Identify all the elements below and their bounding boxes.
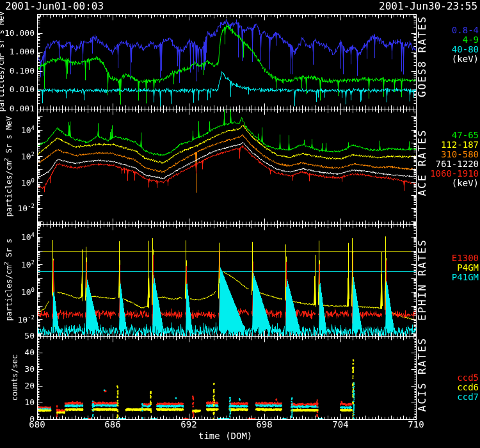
legend-goes8-4-9: 4-9 <box>417 35 479 44</box>
legend-acis-ccd5: ccd5 <box>417 373 479 382</box>
y-tick-label-acis: 10 <box>0 398 35 406</box>
x-tick-label-704: 704 <box>326 420 355 429</box>
legend-goes8-0.8-4: 0.8-4 <box>417 26 479 35</box>
y-tick-label-acis: 40 <box>0 348 35 356</box>
y-tick-label-goes8: 0.001 <box>0 104 35 113</box>
legend-ephin-P41GM: P41GM <box>417 273 479 282</box>
y-tick-label-acis: 30 <box>0 365 35 373</box>
x-tick-label-710: 710 <box>402 420 430 429</box>
x-tick-label-698: 698 <box>250 420 278 429</box>
y-tick-label-ace: 102 <box>0 152 35 161</box>
y-axis-title-ephin: particles/cm2 Sr s <box>4 239 13 321</box>
y-tick-label-ace: 104 <box>0 125 35 134</box>
legend-acis-ccd7: ccd7 <box>417 392 479 401</box>
legend-ace-1060-1910: 1060-1910 <box>417 169 479 178</box>
legend-ace-112-187: 112-187 <box>417 140 479 149</box>
legend-ace-310-580: 310-580 <box>417 150 479 159</box>
end-datetime: 2001-Jun30-23:55 <box>379 1 477 12</box>
y-tick-label-acis: 50 <box>0 332 35 340</box>
rates-plot-canvas <box>0 0 480 448</box>
y-tick-label-ephin: 10-2 <box>0 315 35 324</box>
y-tick-label-ephin: 104 <box>0 232 35 241</box>
y-axis-title-acis: counts/sec <box>11 355 19 401</box>
y-tick-label-ace: 100 <box>0 178 35 187</box>
y-tick-label-goes8: 0.100 <box>0 67 35 75</box>
y-tick-label-ephin: 102 <box>0 260 35 269</box>
y-tick-label-goes8: 0.010 <box>0 85 35 93</box>
legend-ace-47-65: 47-65 <box>417 131 479 140</box>
x-tick-label-692: 692 <box>175 420 203 429</box>
y-tick-label-acis: 20 <box>0 381 35 390</box>
x-tick-label-680: 680 <box>23 420 51 429</box>
x-tick-label-686: 686 <box>99 420 127 429</box>
legend-ephin-E1300: E1300 <box>417 253 479 262</box>
x-axis-title: time (DOM) <box>198 431 252 440</box>
y-tick-label-goes8: 1.000 <box>0 47 35 56</box>
y-tick-label-ephin: 100 <box>0 287 35 296</box>
y-tick-label-goes8: 10.000 <box>0 29 35 37</box>
legend-acis-ccd6: ccd6 <box>417 383 479 392</box>
rates-dashboard: 2001-Jun01-00:03 2001-Jun30-23:55 GOES8 … <box>0 0 480 448</box>
start-datetime: 2001-Jun01-00:03 <box>5 1 104 12</box>
legend-ephin-P4GM: P4GM <box>417 263 479 272</box>
legend-ace-761-1220: 761-1220 <box>417 159 479 168</box>
y-axis-title-goes8: particles/cm2 sr s MeV <box>0 11 5 111</box>
legend-ace-unit: (keV) <box>417 179 479 188</box>
legend-goes8-unit: (keV) <box>417 54 479 63</box>
legend-goes8-40-80: 40-80 <box>417 45 479 54</box>
y-tick-label-ace: 10-2 <box>0 204 35 212</box>
